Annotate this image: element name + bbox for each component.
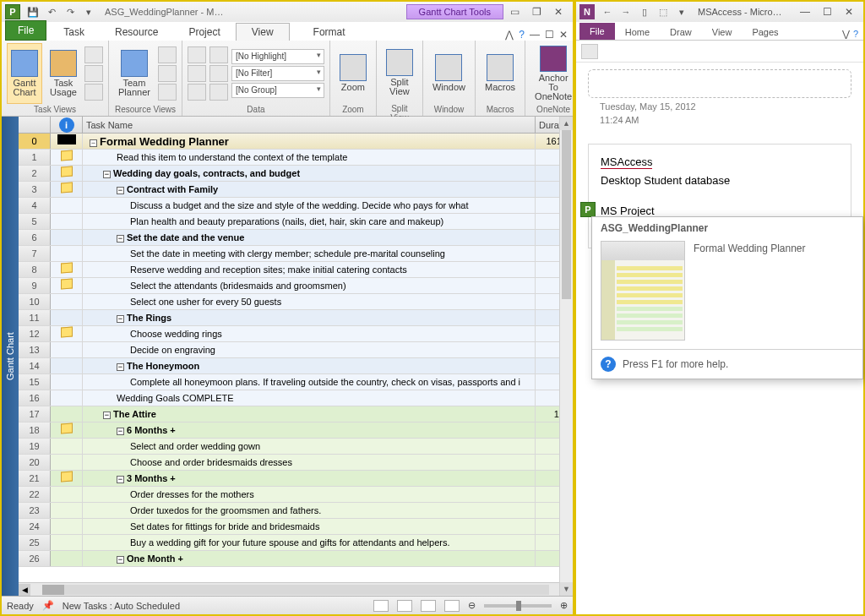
- note-line-2[interactable]: Desktop Student database: [601, 172, 839, 190]
- row-number[interactable]: 6: [19, 230, 51, 245]
- row-number[interactable]: 15: [19, 374, 51, 390]
- on-help-icon[interactable]: ?: [853, 29, 858, 40]
- task-cell[interactable]: −6 Months +: [83, 422, 536, 438]
- gantt-side-label[interactable]: Gantt Chart: [2, 117, 19, 596]
- zoom-button[interactable]: Zoom: [335, 43, 371, 104]
- row-number[interactable]: 3: [19, 182, 51, 197]
- note-line-1[interactable]: MSAccess: [601, 155, 652, 169]
- table-row[interactable]: 22Order dresses for the mothers: [19, 487, 573, 503]
- zoom-in-icon[interactable]: ⊕: [560, 600, 568, 611]
- on-file-tab[interactable]: File: [579, 23, 615, 40]
- statusbar-view-1[interactable]: [373, 600, 389, 612]
- highlight-icon[interactable]: [209, 46, 228, 63]
- col-rownum[interactable]: [19, 117, 51, 133]
- file-tab[interactable]: File: [5, 20, 46, 41]
- outline-toggle-icon[interactable]: −: [117, 363, 124, 371]
- task-cell[interactable]: Read this item to understand the context…: [83, 150, 536, 165]
- table-row[interactable]: 19Select and order wedding gown: [19, 439, 573, 455]
- resview-small-2[interactable]: [158, 65, 177, 82]
- table-row[interactable]: 3−Contract with Family2: [19, 182, 573, 198]
- qat-save-icon[interactable]: 💾: [24, 4, 41, 19]
- split-view-button[interactable]: SplitView: [382, 42, 417, 103]
- task-cell[interactable]: Order dresses for the mothers: [83, 487, 536, 502]
- task-cell[interactable]: −One Month +: [83, 551, 536, 566]
- task-cell[interactable]: −Formal Wedding Planner: [83, 134, 536, 149]
- row-number[interactable]: 4: [19, 198, 51, 213]
- task-cell[interactable]: −The Rings: [83, 310, 536, 325]
- task-cell[interactable]: Decide on engraving: [83, 342, 536, 357]
- format-tab[interactable]: Format: [298, 24, 361, 41]
- table-row[interactable]: 16Wedding Goals COMPLETE: [19, 390, 573, 406]
- task-cell[interactable]: Complete all honeymoon plans. If traveli…: [83, 374, 536, 390]
- task-cell[interactable]: −Wedding day goals, contracts, and budge…: [83, 166, 536, 181]
- task-cell[interactable]: Wedding Goals COMPLETE: [83, 390, 536, 406]
- linked-note-icon[interactable]: [581, 44, 598, 59]
- row-number[interactable]: 9: [19, 278, 51, 293]
- row-number[interactable]: 17: [19, 406, 51, 422]
- window-button[interactable]: Window: [428, 43, 470, 104]
- task-cell[interactable]: −The Attire: [83, 406, 536, 422]
- view-tab[interactable]: View: [236, 23, 290, 41]
- resview-small-3[interactable]: [158, 84, 177, 101]
- win-close-icon[interactable]: ✕: [559, 29, 568, 41]
- mdi-close-icon[interactable]: ✕: [547, 4, 569, 19]
- table-row[interactable]: 7Set the date in meeting with clergy mem…: [19, 246, 573, 262]
- on-draw-tab[interactable]: Draw: [660, 25, 702, 40]
- statusbar-view-4[interactable]: [444, 600, 460, 612]
- row-number[interactable]: 7: [19, 246, 51, 261]
- project-link-icon[interactable]: P: [580, 202, 596, 217]
- on-customize-icon[interactable]: ▾: [673, 4, 690, 19]
- note-line-3[interactable]: MS Project: [601, 204, 655, 217]
- row-number[interactable]: 11: [19, 310, 51, 325]
- hscroll-thumb[interactable]: [42, 585, 64, 595]
- project-tab[interactable]: Project: [173, 24, 235, 41]
- taskview-small-2[interactable]: [84, 65, 103, 82]
- taskview-small-3[interactable]: [84, 84, 103, 101]
- row-number[interactable]: 8: [19, 262, 51, 277]
- macros-button[interactable]: Macros: [481, 43, 520, 104]
- task-cell[interactable]: −3 Months +: [83, 471, 536, 486]
- row-number[interactable]: 16: [19, 390, 51, 406]
- on-view-tab[interactable]: View: [702, 25, 743, 40]
- task-cell[interactable]: −Set the date and the venue: [83, 230, 536, 245]
- table-row[interactable]: 25Buy a wedding gift for your future spo…: [19, 535, 573, 551]
- on-dock-icon[interactable]: ▯: [636, 4, 653, 19]
- outline-toggle-icon[interactable]: −: [117, 315, 124, 323]
- task-cell[interactable]: Set dates for fittings for bride and bri…: [83, 519, 536, 534]
- outline-toggle-icon[interactable]: −: [103, 171, 111, 178]
- row-number[interactable]: 19: [19, 439, 51, 454]
- table-row[interactable]: 5Plan health and beauty preparations (na…: [19, 214, 573, 230]
- group-icon[interactable]: [209, 84, 228, 101]
- win-maximize-icon[interactable]: ☐: [545, 29, 554, 41]
- outline-toggle-icon[interactable]: −: [90, 139, 97, 147]
- row-number[interactable]: 21: [19, 471, 51, 486]
- qat-undo-icon[interactable]: ↶: [43, 4, 60, 19]
- row-number[interactable]: 22: [19, 487, 51, 502]
- on-maximize-icon[interactable]: ☐: [816, 4, 838, 19]
- row-number[interactable]: 14: [19, 358, 51, 373]
- row-number[interactable]: 18: [19, 422, 51, 438]
- task-cell[interactable]: Discuss a budget and the size and style …: [83, 198, 536, 213]
- task-cell[interactable]: Choose and order bridesmaids dresses: [83, 455, 536, 470]
- outline-toggle-icon[interactable]: −: [117, 428, 124, 435]
- vscroll-thumb[interactable]: [562, 130, 571, 299]
- task-usage-button[interactable]: TaskUsage: [46, 43, 81, 104]
- row-number[interactable]: 20: [19, 455, 51, 470]
- table-row[interactable]: 6−Set the date and the venue4: [19, 230, 573, 246]
- hscroll-left-icon[interactable]: ◀: [19, 584, 30, 596]
- filter-icon[interactable]: [209, 65, 228, 82]
- table-row[interactable]: 4Discuss a budget and the size and style…: [19, 198, 573, 214]
- outline-toggle-icon[interactable]: −: [117, 556, 124, 564]
- resource-tab[interactable]: Resource: [100, 24, 173, 41]
- row-number[interactable]: 23: [19, 503, 51, 518]
- task-cell[interactable]: Select and order wedding gown: [83, 439, 536, 454]
- task-cell[interactable]: Reserve wedding and reception sites; mak…: [83, 262, 536, 277]
- outline-button[interactable]: [188, 65, 206, 82]
- row-number[interactable]: 12: [19, 326, 51, 341]
- table-row[interactable]: 9Select the attendants (bridesmaids and …: [19, 278, 573, 294]
- group-combo[interactable]: [No Group]: [231, 83, 324, 98]
- table-row[interactable]: 8Reserve wedding and reception sites; ma…: [19, 262, 573, 278]
- highlight-combo[interactable]: [No Highlight]: [231, 49, 324, 64]
- task-cell[interactable]: −Contract with Family: [83, 182, 536, 197]
- task-cell[interactable]: Buy a wedding gift for your future spous…: [83, 535, 536, 550]
